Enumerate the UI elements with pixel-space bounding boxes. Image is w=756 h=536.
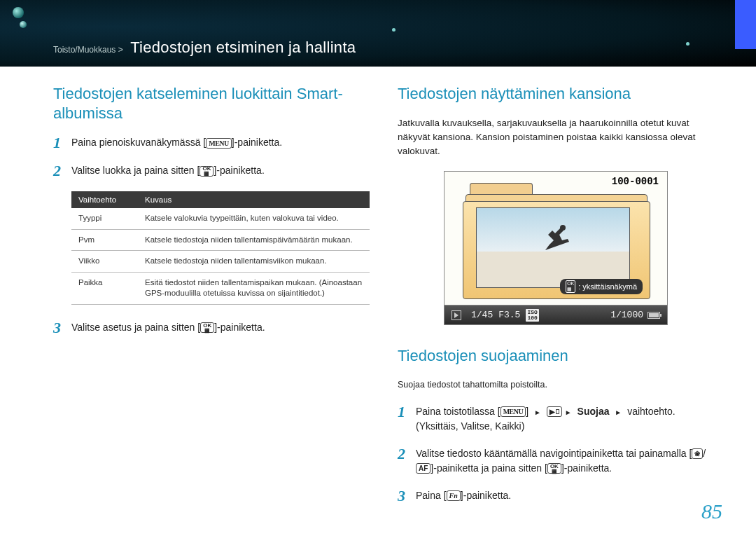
step-text: Paina [: [416, 490, 447, 501]
step-text: ]-painiketta ja paina sitten [: [430, 462, 547, 474]
lcd-status-bar: 1/45 F3.5 ISO100 1/1000: [444, 305, 667, 324]
decorative-dot: [392, 28, 396, 32]
folder-number: 100-0001: [612, 176, 659, 187]
step-text: ]-painiketta.: [232, 137, 282, 148]
table-row: Paikka Esitä tiedostot niiden tallentami…: [71, 272, 370, 304]
step-text: ]-painiketta.: [561, 462, 612, 474]
left-column: Tiedostojen katseleminen luokittain Smar…: [53, 84, 370, 516]
step-3: 3 Paina [Fn]-painiketta.: [398, 488, 714, 504]
lcd-screen: 100-0001 OK▦ : yksittäisnäkymä: [444, 172, 667, 305]
flower-button-icon: ❀: [692, 448, 703, 459]
steps-smart-album: 1 Paina pienoiskuvanäkymässä [MENU]-pain…: [53, 135, 370, 179]
opt-cell: Paikka: [71, 272, 138, 304]
step-text: ]: [526, 406, 531, 417]
step-bold: Suojaa: [578, 406, 612, 417]
step-text: ]-painiketta.: [461, 490, 511, 501]
opt-cell: Viikko: [71, 251, 138, 273]
step-text: Valitse tiedosto kääntämällä navigointip…: [416, 448, 692, 459]
single-view-label: OK▦ : yksittäisnäkymä: [560, 279, 643, 294]
battery-icon: [648, 312, 660, 319]
menu-button-icon: MENU: [500, 406, 526, 417]
aperture-value: F3.5: [498, 310, 520, 320]
ok-icon: OK▦: [566, 280, 575, 293]
table-row: Tyyppi Katsele valokuvia tyypeittäin, ku…: [71, 208, 370, 229]
page-title: Tiedostojen etsiminen ja hallinta: [130, 39, 356, 56]
iso-icon: ISO100: [526, 309, 538, 322]
step-text: Valitse asetus ja paina sitten [: [71, 322, 200, 333]
step-text: ]-painiketta.: [214, 322, 265, 333]
page-header: Toisto/Muokkaus > Tiedostojen etsiminen …: [0, 0, 756, 67]
arrow-icon: ►: [534, 408, 541, 416]
step-number: 2: [53, 163, 71, 179]
content-area: Tiedostojen katseleminen luokittain Smar…: [0, 67, 756, 516]
ok-button-icon: OK▦: [200, 166, 214, 177]
desc-cell: Esitä tiedostot niiden tallentamispaikan…: [138, 272, 370, 304]
thumb-play-icon: ▶: [547, 406, 562, 417]
step-number: 2: [398, 446, 416, 462]
af-button-icon: AF: [416, 463, 430, 474]
table-header-description: Kuvaus: [138, 191, 370, 208]
section-tab: [735, 0, 756, 49]
step-text: Valitse luokka ja paina sitten [: [71, 165, 200, 176]
step-3: 3 Valitse asetus ja paina sitten [OK▦]-p…: [53, 320, 370, 336]
fn-button-icon: Fn: [447, 490, 461, 501]
desc-cell: Katsele tiedostoja niiden tallentamispäi…: [138, 229, 370, 251]
section-heading-protect: Tiedostojen suojaaminen: [398, 346, 714, 366]
shutter-value: 1/1000: [610, 310, 643, 320]
menu-button-icon: MENU: [206, 138, 232, 149]
opt-cell: Tyyppi: [71, 208, 138, 229]
page-number: 85: [701, 500, 722, 523]
step-number: 1: [398, 404, 416, 420]
folder-graphic: OK▦ : yksittäisnäkymä: [465, 191, 648, 296]
play-icon: [451, 310, 461, 320]
decorative-orb: [20, 21, 27, 28]
decorative-dot: [686, 42, 690, 46]
step-number: 3: [398, 488, 416, 504]
step-2: 2 Valitse tiedosto kääntämällä navigoint…: [398, 446, 714, 476]
ok-button-icon: OK▦: [547, 463, 561, 474]
arrow-icon: ►: [615, 408, 622, 416]
step-number: 3: [53, 320, 71, 336]
steps-protect: 1 Paina toistotilassa [MENU] ► ▶► Suojaa…: [398, 404, 714, 504]
arrow-icon: ►: [565, 408, 572, 416]
section-heading-smart-album: Tiedostojen katseleminen luokittain Smar…: [53, 84, 370, 123]
right-column: Tiedostojen näyttäminen kansiona Jatkuva…: [398, 84, 714, 516]
options-table: Vaihtoehto Kuvaus Tyyppi Katsele valokuv…: [71, 191, 370, 305]
breadcrumb: Toisto/Muokkaus >: [53, 45, 123, 55]
ok-button-icon: OK▦: [200, 322, 214, 333]
step-text: /: [703, 448, 706, 459]
lcd-preview: 100-0001 OK▦ : yksittäisnäkymä: [444, 171, 668, 325]
section-heading-folder-view: Tiedostojen näyttäminen kansiona: [398, 84, 714, 104]
thumbnail-photo: [476, 207, 630, 288]
desc-cell: Katsele tiedostoja niiden tallentamisvii…: [138, 251, 370, 273]
snowboarder-icon: [538, 221, 573, 256]
step-1: 1 Paina pienoiskuvanäkymässä [MENU]-pain…: [53, 135, 370, 151]
folder-view-description: Jatkuvalla kuvauksella, sarjakuvauksella…: [398, 116, 714, 159]
step-text: Paina pienoiskuvanäkymässä [: [71, 137, 206, 148]
svg-point-0: [560, 225, 566, 231]
table-row: Viikko Katsele tiedostoja niiden tallent…: [71, 251, 370, 273]
protect-description: Suojaa tiedostot tahattomilta poistoilta…: [398, 378, 714, 392]
image-counter: 1/45: [471, 310, 493, 320]
table-row: Pvm Katsele tiedostoja niiden tallentami…: [71, 229, 370, 251]
step-2: 2 Valitse luokka ja paina sitten [OK▦]-p…: [53, 163, 370, 179]
opt-cell: Pvm: [71, 229, 138, 251]
step-number: 1: [53, 135, 71, 151]
table-header-option: Vaihtoehto: [71, 191, 138, 208]
step-text: ]-painiketta.: [214, 165, 264, 176]
step-text: Paina toistotilassa [: [416, 406, 500, 417]
pill-text: : yksittäisnäkymä: [578, 282, 637, 291]
decorative-orb: [13, 7, 24, 18]
step-1: 1 Paina toistotilassa [MENU] ► ▶► Suojaa…: [398, 404, 714, 434]
desc-cell: Katsele valokuvia tyypeittäin, kuten val…: [138, 208, 370, 229]
steps-smart-album-cont: 3 Valitse asetus ja paina sitten [OK▦]-p…: [53, 320, 370, 336]
